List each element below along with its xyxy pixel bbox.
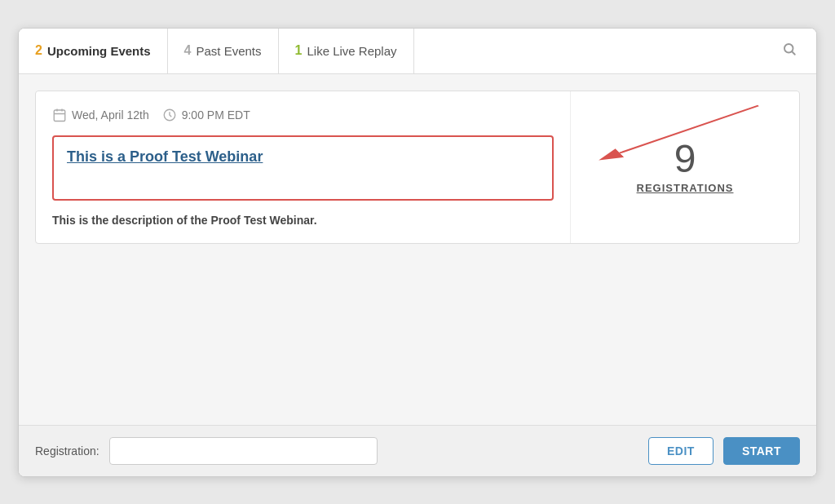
- registrations-label: REGISTRATIONS: [637, 182, 734, 194]
- calendar-icon: [52, 108, 67, 122]
- tab-past-events[interactable]: 4 Past Events: [168, 29, 279, 73]
- event-title-box: This is a Proof Test Webinar: [52, 135, 554, 201]
- event-description: This is the description of the Proof Tes…: [52, 214, 554, 227]
- tab-like-live-replay[interactable]: 1 Like Live Replay: [279, 29, 414, 73]
- clock-icon: [162, 108, 177, 122]
- registration-label: Registration:: [35, 444, 99, 458]
- event-right-panel: 9 REGISTRATIONS: [571, 91, 799, 243]
- replay-count: 1: [295, 43, 303, 58]
- app-window: 2 Upcoming Events 4 Past Events 1 Like L…: [18, 28, 817, 477]
- registration-input[interactable]: [109, 437, 378, 465]
- svg-line-1: [792, 51, 794, 54]
- event-time: 9:00 PM EDT: [182, 108, 250, 122]
- search-button[interactable]: [779, 38, 800, 64]
- event-date-item: Wed, April 12th: [52, 108, 149, 122]
- replay-label: Like Live Replay: [307, 44, 396, 58]
- past-count: 4: [184, 43, 192, 58]
- event-meta: Wed, April 12th 9:00 PM EDT: [52, 108, 554, 122]
- event-time-item: 9:00 PM EDT: [162, 108, 250, 122]
- upcoming-label: Upcoming Events: [47, 44, 151, 58]
- past-label: Past Events: [197, 44, 262, 58]
- event-title-link[interactable]: This is a Proof Test Webinar: [67, 148, 263, 165]
- edit-button[interactable]: EDIT: [648, 437, 714, 465]
- event-left-panel: Wed, April 12th 9:00 PM EDT This is a Pr…: [36, 91, 571, 243]
- main-content: Wed, April 12th 9:00 PM EDT This is a Pr…: [19, 74, 816, 425]
- search-icon: [782, 42, 797, 56]
- tab-upcoming-events[interactable]: 2 Upcoming Events: [35, 29, 168, 73]
- event-date: Wed, April 12th: [72, 108, 149, 122]
- tab-bar: 2 Upcoming Events 4 Past Events 1 Like L…: [19, 29, 816, 74]
- start-button[interactable]: START: [723, 437, 800, 465]
- upcoming-count: 2: [35, 43, 42, 58]
- footer-bar: Registration: EDIT START: [19, 425, 816, 476]
- event-card: Wed, April 12th 9:00 PM EDT This is a Pr…: [35, 91, 800, 244]
- svg-rect-2: [54, 110, 65, 122]
- registrations-count: 9: [674, 139, 696, 179]
